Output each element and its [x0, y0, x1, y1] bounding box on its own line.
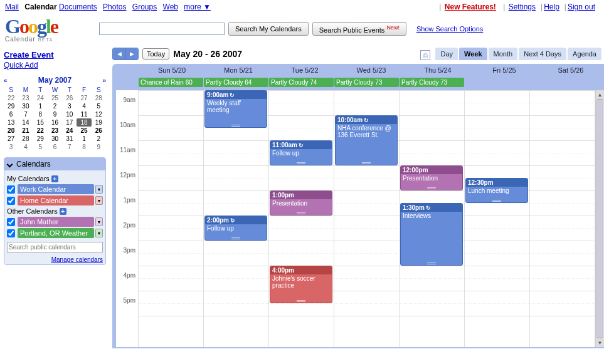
resize-handle[interactable]	[427, 187, 436, 189]
mini-day[interactable]: 29	[4, 102, 18, 110]
mini-day[interactable]: 17	[62, 118, 77, 127]
mini-day[interactable]: 28	[18, 135, 33, 143]
day-columns[interactable]: 9:00am ↻Weekly staff meeting2:00pm ↻Foll…	[139, 90, 595, 347]
mini-day[interactable]: 3	[4, 143, 18, 151]
view-tab[interactable]: Week	[459, 48, 487, 60]
event[interactable]: 12:30pmLunch meeting	[465, 178, 528, 203]
mini-day[interactable]: 29	[33, 135, 48, 143]
search-public-events-button[interactable]: Search Public Events New!	[312, 22, 406, 36]
manage-calendars-link[interactable]: Manage calendars	[51, 256, 103, 263]
mini-day[interactable]: 18	[77, 118, 91, 127]
day-header[interactable]: Thu 5/24	[405, 66, 471, 78]
weather-chip[interactable]: Partly Cloudy 74	[269, 78, 334, 87]
calendar-name[interactable]: Home Calendar	[18, 195, 94, 205]
add-my-calendar-button[interactable]: +	[51, 175, 58, 182]
calendar-name[interactable]: Portland, OR Weather	[18, 228, 94, 238]
view-tab[interactable]: Month	[489, 48, 518, 60]
mini-prev-month[interactable]: «	[4, 77, 8, 84]
event[interactable]: 10:00am ↻NHA conference @ 136 Everett St…	[335, 115, 398, 165]
mini-day[interactable]: 26	[92, 127, 106, 135]
mini-day[interactable]: 20	[4, 127, 18, 135]
mini-day[interactable]: 10	[62, 110, 77, 118]
event[interactable]: 11:00am ↻Follow up	[270, 140, 332, 165]
weather-chip[interactable]: Partly Cloudy 73	[400, 78, 464, 87]
top-nav-link[interactable]: Mail	[5, 3, 19, 11]
mini-day[interactable]: 21	[18, 127, 33, 135]
day-header[interactable]: Sat 5/26	[538, 66, 604, 78]
day-header[interactable]: Wed 5/23	[338, 66, 405, 78]
mini-day[interactable]: 22	[33, 127, 48, 135]
calendar-name[interactable]: John Mather	[18, 217, 94, 227]
scroll-thumb[interactable]	[596, 99, 603, 338]
top-nav-link[interactable]: more ▼	[184, 3, 211, 11]
mini-day[interactable]: 15	[33, 118, 48, 127]
weather-chip[interactable]: Partly Cloudy 73	[334, 78, 399, 87]
mini-day[interactable]: 25	[77, 127, 91, 135]
search-input[interactable]	[99, 23, 225, 35]
allday-cell[interactable]: Partly Cloudy 74	[269, 78, 334, 89]
search-my-calendars-button[interactable]: Search My Calendars	[228, 22, 309, 36]
calendar-menu-button[interactable]: ▼	[95, 229, 103, 237]
allday-cell[interactable]	[465, 78, 529, 89]
resize-handle[interactable]	[297, 162, 305, 164]
day-header[interactable]: Sun 5/20	[139, 66, 205, 78]
calendar-checkbox[interactable]	[7, 229, 15, 237]
day-header[interactable]: Tue 5/22	[272, 66, 338, 78]
mini-day[interactable]: 11	[77, 110, 91, 118]
mini-day[interactable]: 6	[4, 110, 18, 118]
calendar-menu-button[interactable]: ▼	[95, 196, 103, 205]
mini-day[interactable]: 19	[92, 118, 106, 127]
mini-day[interactable]: 2	[48, 102, 62, 110]
calendar-name[interactable]: Work Calendar	[18, 184, 94, 194]
allday-cell[interactable]	[530, 78, 595, 89]
resize-handle[interactable]	[297, 300, 305, 302]
mini-day[interactable]: 9	[92, 143, 106, 151]
event[interactable]: 4:00pmJohnie's soccer practice	[270, 266, 332, 303]
view-tab[interactable]: Agenda	[568, 48, 601, 60]
event[interactable]: 2:00pm ↻Follow up	[204, 216, 267, 241]
view-tab[interactable]: Day	[435, 48, 458, 60]
calendar-menu-button[interactable]: ▼	[95, 185, 103, 194]
mini-day[interactable]: 8	[33, 110, 48, 118]
mini-day[interactable]: 3	[62, 102, 77, 110]
mini-day[interactable]: 1	[77, 135, 91, 143]
mini-day[interactable]: 8	[77, 143, 91, 151]
event[interactable]: 1:30pm ↻Interviews	[400, 203, 463, 266]
top-nav-link[interactable]: Help	[544, 3, 559, 11]
add-other-calendar-button[interactable]: +	[60, 208, 66, 215]
resize-handle[interactable]	[492, 200, 501, 202]
event[interactable]: 12:00pmPresentation	[400, 165, 463, 190]
calendar-checkbox[interactable]	[7, 197, 15, 205]
mini-day[interactable]: 23	[18, 94, 33, 102]
top-nav-link[interactable]: Photos	[103, 3, 126, 11]
create-event-link[interactable]: Create Event	[4, 50, 106, 60]
top-nav-link[interactable]: Web	[163, 3, 178, 11]
mini-next-month[interactable]: »	[102, 77, 106, 84]
next-week-button[interactable]: ▶	[125, 48, 138, 60]
event[interactable]: 9:00am ↻Weekly staff meeting	[204, 90, 267, 128]
mini-day[interactable]: 2	[92, 135, 106, 143]
weather-chip[interactable]: Partly Cloudy 64	[204, 78, 268, 87]
view-tab[interactable]: Next 4 Days	[519, 48, 566, 60]
mini-day[interactable]: 24	[33, 94, 48, 102]
allday-cell[interactable]: Partly Cloudy 73	[400, 78, 464, 89]
mini-day[interactable]: 13	[4, 118, 18, 127]
weather-chip[interactable]: Chance of Rain 60	[139, 78, 203, 87]
allday-cell[interactable]: Partly Cloudy 73	[334, 78, 399, 89]
top-nav-link[interactable]: Settings	[509, 3, 536, 11]
scroll-down-button[interactable]: ▼	[596, 338, 604, 347]
mini-day[interactable]: 4	[18, 143, 33, 151]
search-public-calendars-input[interactable]	[7, 242, 103, 252]
mini-day[interactable]: 23	[48, 127, 62, 135]
day-header[interactable]: Fri 5/25	[471, 66, 538, 78]
prev-week-button[interactable]: ◀	[113, 48, 125, 60]
resize-handle[interactable]	[231, 125, 240, 127]
mini-day[interactable]: 14	[18, 118, 33, 127]
mini-day[interactable]: 27	[77, 94, 91, 102]
mini-day[interactable]: 7	[18, 110, 33, 118]
mini-day[interactable]: 1	[33, 102, 48, 110]
mini-day[interactable]: 25	[48, 94, 62, 102]
resize-handle[interactable]	[427, 263, 436, 264]
calendar-checkbox[interactable]	[7, 185, 15, 194]
quick-add-link[interactable]: Quick Add	[4, 61, 38, 70]
